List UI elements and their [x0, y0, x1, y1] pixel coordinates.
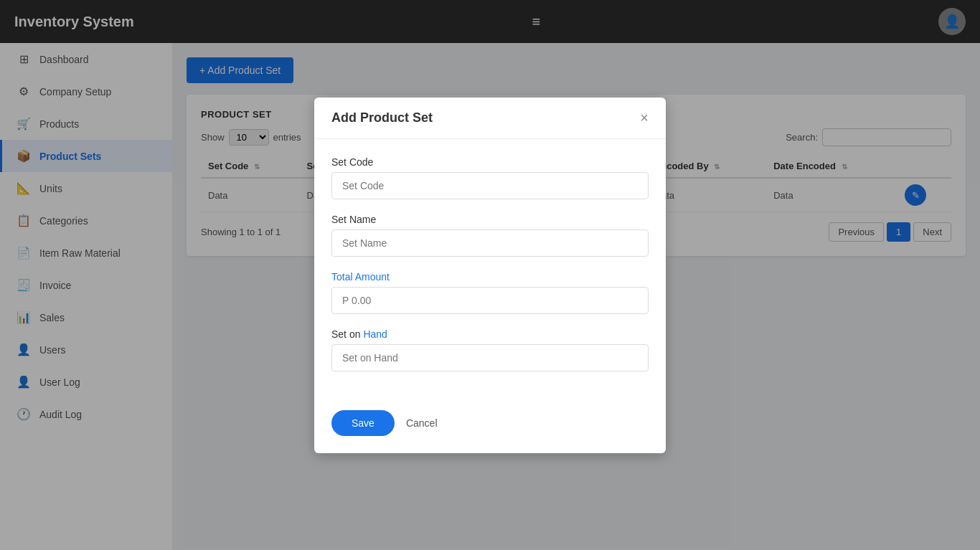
- set-name-input[interactable]: [331, 229, 649, 257]
- set-code-group: Set Code: [331, 156, 649, 199]
- add-product-set-modal: Add Product Set × Set Code Set Name Tota…: [314, 98, 666, 453]
- modal-backdrop: Add Product Set × Set Code Set Name Tota…: [0, 0, 980, 550]
- set-code-label: Set Code: [331, 156, 649, 168]
- set-code-input[interactable]: [331, 172, 649, 199]
- total-amount-input[interactable]: [331, 287, 649, 314]
- modal-header: Add Product Set ×: [314, 98, 666, 139]
- cancel-button[interactable]: Cancel: [406, 417, 438, 429]
- modal-title: Add Product Set: [331, 110, 433, 125]
- set-name-group: Set Name: [331, 214, 649, 257]
- set-on-hand-input[interactable]: [331, 344, 649, 371]
- total-amount-label: Total Amount: [331, 271, 649, 283]
- set-on-hand-label: Set on Hand: [331, 328, 649, 340]
- set-on-hand-group: Set on Hand: [331, 328, 649, 371]
- modal-close-button[interactable]: ×: [640, 110, 649, 125]
- modal-footer: Save Cancel: [314, 403, 666, 453]
- hand-highlight: Hand: [363, 328, 387, 340]
- save-button[interactable]: Save: [331, 410, 395, 436]
- modal-body: Set Code Set Name Total Amount Set on Ha…: [314, 139, 666, 403]
- set-name-label: Set Name: [331, 214, 649, 225]
- total-amount-group: Total Amount: [331, 271, 649, 314]
